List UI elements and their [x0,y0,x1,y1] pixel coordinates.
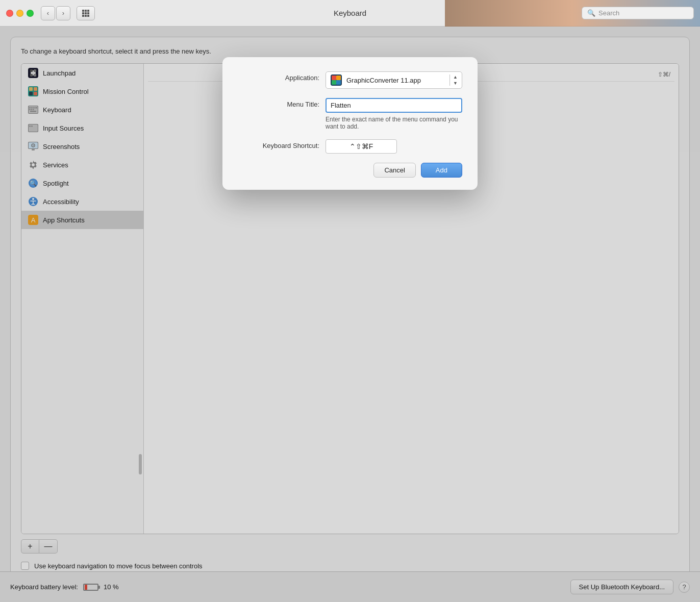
application-row: Application: Graph [238,71,462,89]
application-label: Application: [238,71,319,82]
modal-overlay: Application: Graph [0,27,700,602]
titlebar: ‹ › Keyboard 🔍 Search [0,0,700,27]
svg-rect-40 [332,80,336,85]
forward-button[interactable]: › [56,6,70,20]
modal-actions: Cancel Add [238,163,462,178]
menu-title-hint: Enter the exact name of the menu command… [326,116,462,130]
svg-rect-39 [336,76,341,80]
app-name-text: GraphicConverter 11.app [346,77,445,84]
svg-rect-38 [332,76,336,80]
svg-rect-41 [336,80,341,85]
stepper-down-icon[interactable]: ▼ [453,81,458,86]
menu-title-input[interactable] [326,98,462,113]
back-button[interactable]: ‹ [41,6,55,20]
cancel-button[interactable]: Cancel [373,163,415,178]
grid-view-button[interactable] [77,6,95,20]
search-icon: 🔍 [587,9,595,17]
maximize-button[interactable] [27,10,34,17]
stepper-up-icon[interactable]: ▲ [453,74,458,80]
main-content: To change a keyboard shortcut, select it… [0,27,700,602]
traffic-lights [6,10,34,17]
add-shortcut-modal: Application: Graph [222,57,478,190]
shortcut-input[interactable] [326,139,397,154]
search-bar[interactable]: 🔍 Search [582,7,694,19]
shortcut-label: Keyboard Shortcut: [238,139,319,149]
shortcut-row: Keyboard Shortcut: [238,139,462,154]
add-button[interactable]: Add [421,163,462,178]
menu-title-label: Menu Title: [238,98,319,108]
application-selector[interactable]: GraphicConverter 11.app ▲ ▼ [326,71,462,89]
stepper-arrows[interactable]: ▲ ▼ [449,74,458,86]
window-title: Keyboard [334,9,366,17]
app-icon-graphic [331,74,342,86]
search-input[interactable]: Search [598,9,619,17]
app-icon [330,74,342,86]
grid-icon [82,10,89,17]
minimize-button[interactable] [16,10,23,17]
nav-buttons: ‹ › [41,6,70,20]
menu-title-row: Menu Title: Enter the exact name of the … [238,98,462,130]
close-button[interactable] [6,10,13,17]
